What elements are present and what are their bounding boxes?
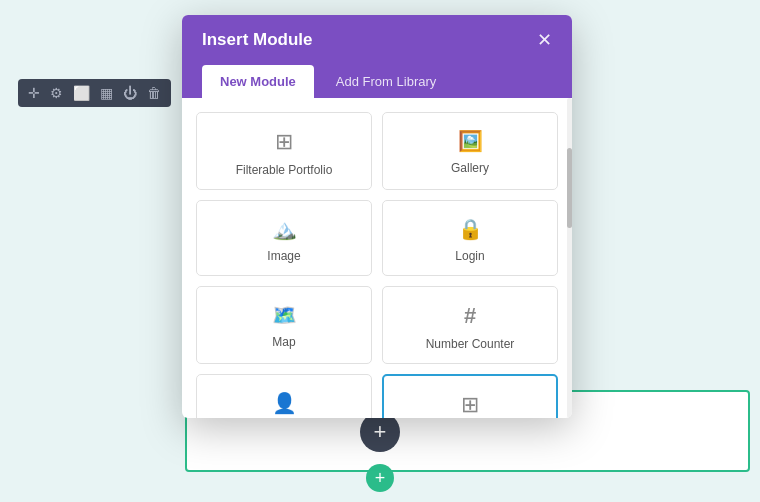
modal-close-button[interactable]: ✕ [537, 29, 552, 51]
image-icon: 🏔️ [272, 217, 297, 241]
map-icon: 🗺️ [272, 303, 297, 327]
module-item-portfolio[interactable]: ⊞ Portfolio [382, 374, 558, 418]
modal-header: Insert Module ✕ [182, 15, 572, 65]
module-item-gallery[interactable]: 🖼️ Gallery [382, 112, 558, 190]
clone-icon[interactable]: ⬜ [73, 85, 90, 101]
insert-module-modal: Insert Module ✕ New Module Add From Libr… [182, 15, 572, 418]
add-section-button[interactable]: + [366, 464, 394, 492]
module-item-person[interactable]: 👤 Person [196, 374, 372, 418]
delete-icon[interactable]: 🗑 [147, 85, 161, 101]
move-icon[interactable]: ✛ [28, 85, 40, 101]
number-counter-label: Number Counter [426, 337, 515, 351]
module-item-map[interactable]: 🗺️ Map [196, 286, 372, 364]
number-counter-icon: # [464, 303, 476, 329]
plus-icon-green: + [375, 468, 386, 489]
module-item-login[interactable]: 🔒 Login [382, 200, 558, 276]
toggle-icon[interactable]: ⏻ [123, 85, 137, 101]
tab-add-from-library[interactable]: Add From Library [318, 65, 454, 98]
map-label: Map [272, 335, 295, 349]
scrollbar-thumb[interactable] [567, 148, 572, 228]
tab-new-module[interactable]: New Module [202, 65, 314, 98]
module-item-image[interactable]: 🏔️ Image [196, 200, 372, 276]
add-module-button-dark[interactable]: + [360, 412, 400, 452]
login-icon: 🔒 [458, 217, 483, 241]
gallery-icon: 🖼️ [458, 129, 483, 153]
filterable-portfolio-icon: ⊞ [275, 129, 293, 155]
module-toolbar: ✛ ⚙ ⬜ ▦ ⏻ 🗑 [18, 79, 171, 107]
modal-tab-bar: New Module Add From Library [182, 65, 572, 98]
person-icon: 👤 [272, 391, 297, 415]
portfolio-icon: ⊞ [461, 392, 479, 418]
module-grid: ⊞ Filterable Portfolio 🖼️ Gallery 🏔️ Ima… [182, 98, 572, 418]
modal-title: Insert Module [202, 30, 313, 50]
filterable-portfolio-label: Filterable Portfolio [236, 163, 333, 177]
scrollbar-track [567, 98, 572, 418]
module-item-number-counter[interactable]: # Number Counter [382, 286, 558, 364]
grid-icon[interactable]: ▦ [100, 85, 113, 101]
image-label: Image [267, 249, 300, 263]
plus-icon-dark: + [374, 419, 387, 445]
login-label: Login [455, 249, 484, 263]
gallery-label: Gallery [451, 161, 489, 175]
module-item-filterable-portfolio[interactable]: ⊞ Filterable Portfolio [196, 112, 372, 190]
settings-icon[interactable]: ⚙ [50, 85, 63, 101]
